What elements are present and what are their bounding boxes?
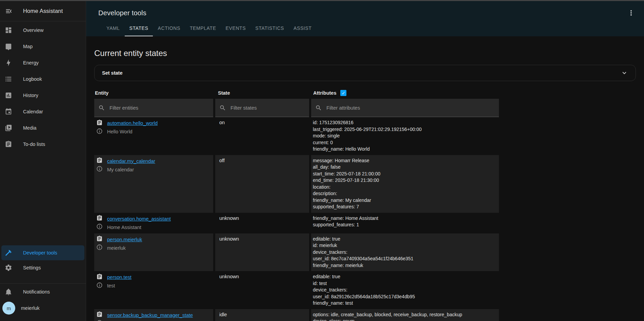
sidebar-item-map[interactable]: Map xyxy=(1,38,84,55)
table-row: calendar.my_calendar My calendar off xyxy=(94,155,499,213)
copy-entity-icon[interactable] xyxy=(96,157,103,165)
attribute-line: options: idle, create_backup, blocked, r… xyxy=(313,311,496,318)
attribute-line: location: xyxy=(313,184,496,191)
sidebar-item-label: Developer tools xyxy=(23,250,57,256)
info-icon[interactable] xyxy=(96,320,103,321)
attribute-line: friendly_name: Hello World xyxy=(313,146,496,153)
sidebar-item-calendar[interactable]: Calendar xyxy=(1,103,84,120)
table-row: person.meierluk meierluk unknown edit xyxy=(94,233,499,271)
attribute-line: device_trackers: xyxy=(313,249,496,256)
sidebar-profile[interactable]: m meierluk xyxy=(1,300,84,316)
attributes-column-header: Attributes ✓ xyxy=(311,90,499,96)
copy-entity-icon[interactable] xyxy=(96,311,103,319)
attribute-line: start_time: 2025-07-18 21:00:00 xyxy=(313,171,496,177)
topbar-title-row: Developer tools xyxy=(86,1,644,21)
tab-assist[interactable]: ASSIST xyxy=(289,21,316,36)
tab-template[interactable]: TEMPLATE xyxy=(185,21,221,36)
sidebar-header: Home Assistant xyxy=(0,1,86,21)
sidebar-item-energy[interactable]: Energy xyxy=(1,55,84,71)
attributes-filter xyxy=(311,99,499,117)
sidebar-item-to-do-lists[interactable]: To-do lists xyxy=(1,136,84,152)
attributes-cell: message: Homarr Releaseall_day: falsesta… xyxy=(311,155,499,213)
flash-icon xyxy=(5,59,12,67)
copy-entity-icon[interactable] xyxy=(96,235,103,243)
copy-entity-icon[interactable] xyxy=(96,119,103,127)
attribute-line: supported_features: 7 xyxy=(313,204,496,210)
state-cell: unknown xyxy=(215,213,309,233)
entity-link[interactable]: calendar.my_calendar xyxy=(107,158,155,164)
copy-entity-icon[interactable] xyxy=(96,215,103,223)
entity-cell: calendar.my_calendar My calendar xyxy=(94,155,213,213)
sidebar-item-label: Calendar xyxy=(23,109,43,114)
search-icon xyxy=(219,105,226,111)
attribute-line: supported_features: 1 xyxy=(313,222,496,228)
account-location-icon xyxy=(5,43,12,50)
chevron-down-icon xyxy=(621,69,628,77)
attributes-cell: friendly_name: Home Assistantsupported_f… xyxy=(311,213,499,233)
sidebar-item-media[interactable]: Media xyxy=(1,120,84,136)
copy-entity-icon[interactable] xyxy=(96,273,103,281)
state-cell: idle xyxy=(215,309,309,321)
overflow-menu-icon[interactable] xyxy=(627,9,635,17)
app: Home Assistant Overview Map Energy xyxy=(0,1,644,321)
entity-link[interactable]: automation.hello_world xyxy=(107,120,158,126)
entity-link[interactable]: sensor.backup_backup_manager_state xyxy=(107,313,193,318)
attribute-line: user_id: 8ec7ca7409304a5ea54c1f24b646e35… xyxy=(313,256,496,262)
info-icon[interactable] xyxy=(96,223,103,231)
attributes-checkbox[interactable]: ✓ xyxy=(340,90,346,96)
tab-actions[interactable]: ACTIONS xyxy=(153,21,185,36)
attribute-line: last_triggered: 2025-06-29T21:02:29.1921… xyxy=(313,126,496,133)
info-icon[interactable] xyxy=(96,166,103,173)
entity-link[interactable]: person.meierluk xyxy=(107,237,142,242)
info-icon[interactable] xyxy=(96,282,103,290)
sidebar-item-overview[interactable]: Overview xyxy=(1,22,84,38)
clipboard-list-icon xyxy=(5,140,12,148)
entity-cell: person.test test xyxy=(94,271,213,309)
attribute-line: device_class: enum xyxy=(313,318,496,321)
table-body: automation.hello_world Hello World on xyxy=(94,117,499,321)
info-icon[interactable] xyxy=(96,128,103,136)
tab-events[interactable]: EVENTS xyxy=(221,21,251,36)
tab-states[interactable]: STATES xyxy=(125,21,153,36)
sidebar-item-label: Media xyxy=(23,125,37,131)
filter-attributes-input[interactable] xyxy=(326,105,495,111)
attribute-line: editable: true xyxy=(313,273,496,280)
sidebar-item-logbook[interactable]: Logbook xyxy=(1,71,84,87)
sidebar-item-settings[interactable]: Settings xyxy=(1,260,84,275)
sidebar-nav: Overview Map Energy Logbook xyxy=(0,21,86,152)
sidebar-item-history[interactable]: History xyxy=(1,87,84,103)
main-area: Developer tools YAML STATES ACTIONS TEMP… xyxy=(86,1,644,321)
section-heading: Current entity states xyxy=(94,49,636,58)
sidebar-bottom-nav: Developer tools Settings xyxy=(0,245,86,275)
attribute-line: description: xyxy=(313,190,496,197)
entity-cell: person.meierluk meierluk xyxy=(94,233,213,271)
sidebar-item-notifications[interactable]: Notifications xyxy=(1,284,84,300)
menu-open-icon[interactable] xyxy=(5,7,13,15)
sidebar-item-label: Overview xyxy=(23,27,43,33)
attributes-cell: editable: trueid: testdevice_trackers:us… xyxy=(311,271,499,309)
sidebar-item-developer-tools[interactable]: Developer tools xyxy=(1,245,84,260)
info-icon[interactable] xyxy=(96,244,103,252)
table-row: conversation.home_assistant Home Assista… xyxy=(94,213,499,233)
attributes-header-label: Attributes xyxy=(313,90,336,96)
attributes-cell: options: idle, create_backup, blocked, r… xyxy=(311,309,499,321)
set-state-expander[interactable]: Set state xyxy=(94,65,636,81)
topbar: Developer tools YAML STATES ACTIONS TEMP… xyxy=(86,1,644,36)
table-row: automation.hello_world Hello World on xyxy=(94,117,499,155)
entity-link[interactable]: person.test xyxy=(107,275,132,280)
play-box-multiple-icon xyxy=(5,124,12,132)
friendly-name: test xyxy=(107,283,115,288)
entity-link[interactable]: conversation.home_assistant xyxy=(107,216,171,222)
bell-icon xyxy=(5,288,12,296)
tab-statistics[interactable]: STATISTICS xyxy=(250,21,289,36)
tab-yaml[interactable]: YAML xyxy=(102,21,125,36)
search-icon xyxy=(315,105,322,111)
filter-entities-input[interactable] xyxy=(109,105,209,111)
attribute-line: friendly_name: Home Assistant xyxy=(313,215,496,222)
friendly-name: My calendar xyxy=(107,167,134,172)
app-title: Home Assistant xyxy=(23,8,63,14)
entity-filter xyxy=(94,99,213,117)
filter-states-input[interactable] xyxy=(230,105,305,111)
state-cell: on xyxy=(215,117,309,155)
entity-cell: sensor.backup_backup_manager_state Backu… xyxy=(94,309,213,321)
